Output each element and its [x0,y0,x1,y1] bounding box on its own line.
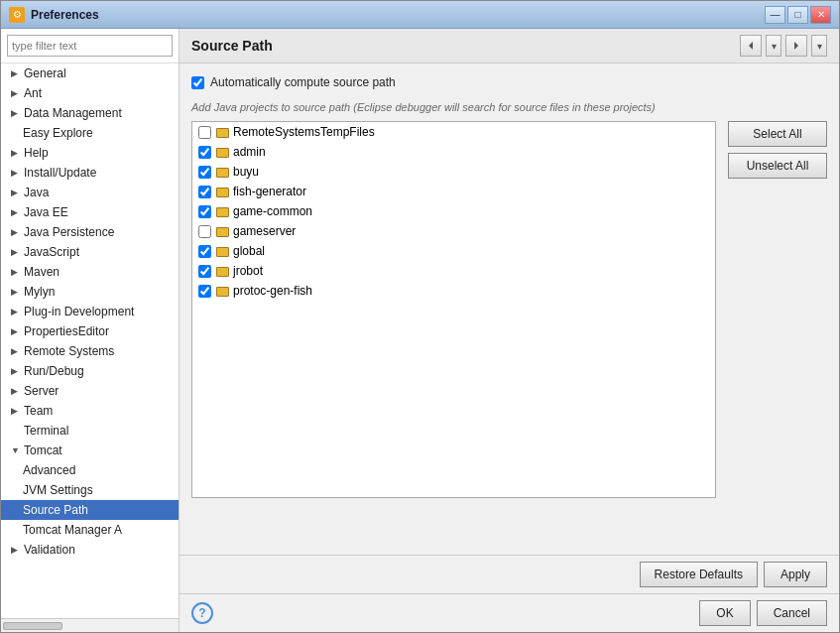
project-name: gameserver [233,224,296,238]
sidebar-item-label: Team [24,404,175,418]
project-checkbox[interactable] [198,205,211,218]
list-item[interactable]: RemoteSystemsTempFiles [192,122,715,142]
project-checkbox[interactable] [198,166,211,179]
sidebar-item-advanced[interactable]: Advanced [1,460,179,480]
sidebar-item-label: Run/Debug [24,364,175,378]
ok-button[interactable]: OK [699,600,750,626]
expand-arrow: ▶ [11,287,21,297]
project-checkbox[interactable] [198,146,211,159]
header-actions: ▾ ▾ [740,35,827,57]
sidebar-item-server[interactable]: ▶ Server [1,381,179,401]
expand-arrow: ▶ [11,267,21,277]
expand-arrow: ▶ [11,247,21,257]
project-checkbox[interactable] [198,225,211,238]
cancel-button[interactable]: Cancel [757,600,827,626]
restore-defaults-button[interactable]: Restore Defaults [640,562,758,587]
sidebar-item-ant[interactable]: ▶ Ant [1,83,179,103]
select-all-button[interactable]: Select All [728,121,827,147]
list-item[interactable]: jrobot [192,261,715,281]
sidebar-item-label: Mylyn [24,285,175,299]
svg-marker-0 [749,42,753,50]
sidebar-item-label: JVM Settings [23,483,93,497]
window-controls: — □ ✕ [765,6,831,24]
main-content: Automatically compute source path Add Ja… [180,63,839,555]
maximize-button[interactable]: □ [787,6,808,24]
sidebar-item-run-debug[interactable]: ▶ Run/Debug [1,361,179,381]
window-title: Preferences [31,8,765,22]
sidebar-scrollbar-h[interactable] [1,618,179,632]
list-item[interactable]: protoc-gen-fish [192,281,715,301]
sidebar-item-label: Terminal [24,424,175,438]
expand-arrow: ▶ [11,366,21,376]
sidebar-item-javascript[interactable]: ▶ JavaScript [1,242,179,262]
expand-arrow: ▶ [11,207,21,217]
folder-icon [216,148,229,158]
list-item[interactable]: global [192,241,715,261]
folder-icon [216,227,229,237]
apply-button[interactable]: Apply [764,562,827,587]
sidebar-item-validation[interactable]: ▶ Validation [1,540,179,560]
sidebar-item-team[interactable]: ▶ Team [1,401,179,421]
project-checkbox[interactable] [198,186,211,198]
sidebar-item-label: Java [24,186,175,199]
sidebar-item-remote-systems[interactable]: ▶ Remote Systems [1,341,179,361]
dropdown-back[interactable]: ▾ [766,35,781,57]
sidebar-item-easy-explore[interactable]: Easy Explore [1,123,179,143]
back-button[interactable] [740,35,762,57]
project-name: jrobot [233,264,263,278]
sidebar-item-label: Java EE [24,205,175,219]
search-input[interactable] [7,35,173,57]
sidebar-item-jvm-settings[interactable]: JVM Settings [1,480,179,500]
sidebar-item-maven[interactable]: ▶ Maven [1,262,179,282]
expand-arrow: ▶ [11,68,21,78]
folder-icon [216,247,229,257]
expand-arrow: ▶ [11,545,21,555]
sidebar-item-mylyn[interactable]: ▶ Mylyn [1,282,179,302]
project-checkbox[interactable] [198,265,211,278]
auto-compute-checkbox[interactable] [191,76,204,89]
sidebar-item-java-ee[interactable]: ▶ Java EE [1,202,179,222]
unselect-all-button[interactable]: Unselect All [728,153,827,179]
sidebar-item-help[interactable]: ▶ Help [1,143,179,163]
sidebar-item-java[interactable]: ▶ Java [1,183,179,202]
auto-compute-row: Automatically compute source path [191,75,827,89]
sidebar-item-java-persistence[interactable]: ▶ Java Persistence [1,222,179,242]
sidebar-item-label: Easy Explore [23,126,93,140]
sidebar-item-label: Java Persistence [24,225,175,239]
sidebar-item-data-management[interactable]: ▶ Data Management [1,103,179,123]
list-item[interactable]: admin [192,142,715,162]
sidebar-item-source-path[interactable]: Source Path [1,500,179,520]
svg-marker-1 [794,42,798,50]
list-item[interactable]: game-common [192,201,715,221]
sidebar-item-install-update[interactable]: ▶ Install/Update [1,163,179,183]
sidebar-item-tomcat[interactable]: ▼ Tomcat [1,441,179,460]
sidebar-item-label: Advanced [23,463,75,477]
list-item[interactable]: buyu [192,162,715,182]
project-checkbox[interactable] [198,245,211,258]
list-item[interactable]: gameserver [192,221,715,241]
expand-arrow: ▶ [11,148,21,158]
project-checkbox[interactable] [198,285,211,298]
forward-button[interactable] [785,35,807,57]
page-title: Source Path [191,38,273,54]
list-item[interactable]: fish-generator [192,182,715,201]
sidebar-item-plugin-dev[interactable]: ▶ Plug-in Development [1,302,179,321]
help-button[interactable]: ? [191,602,213,624]
sidebar-item-label: Install/Update [24,166,175,180]
sidebar-item-label: Tomcat Manager A [23,523,122,537]
tree-container: ▶ General ▶ Ant ▶ Data Management Easy E… [1,63,179,618]
close-button[interactable]: ✕ [810,6,831,24]
sidebar-item-label: Validation [24,543,175,557]
sidebar-item-properties-editor[interactable]: ▶ PropertiesEditor [1,321,179,341]
folder-icon [216,287,229,297]
hint-text: Add Java projects to source path (Eclips… [191,101,827,113]
dropdown-forward[interactable]: ▾ [811,35,827,57]
sidebar-item-terminal[interactable]: ▶ Terminal [1,421,179,441]
sidebar-item-tomcat-manager[interactable]: Tomcat Manager A [1,520,179,540]
sidebar-item-general[interactable]: ▶ General [1,63,179,83]
sidebar-item-label: Data Management [24,106,175,120]
project-checkbox[interactable] [198,126,211,139]
minimize-button[interactable]: — [765,6,785,24]
sidebar-item-label: Plug-in Development [24,305,175,318]
expand-arrow: ▶ [11,346,21,356]
